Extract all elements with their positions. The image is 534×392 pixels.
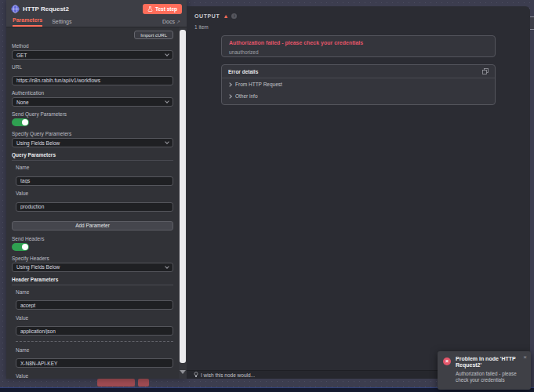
url-input[interactable]: [12, 76, 173, 85]
scrollbar-thumb[interactable]: [180, 30, 186, 363]
authentication-value: None: [16, 100, 29, 105]
close-icon[interactable]: ×: [523, 354, 527, 361]
error-subtitle: unauthorized: [229, 49, 488, 55]
error-toast[interactable]: × Problem in node 'HTTP Request2' Author…: [438, 351, 531, 390]
url-label: URL: [12, 64, 173, 70]
flask-icon: [147, 6, 153, 12]
tab-settings[interactable]: Settings: [52, 19, 71, 27]
header-param-name-input[interactable]: [16, 300, 173, 310]
authentication-label: Authentication: [12, 90, 173, 96]
scrollbar-down-arrow-icon[interactable]: [180, 370, 186, 374]
query-parameters-section-title: Query Parameters: [12, 152, 173, 161]
chevron-right-icon: [227, 94, 232, 99]
output-title: OUTPUT: [194, 13, 220, 19]
tab-bar: Parameters Settings Docs ↗: [6, 17, 187, 27]
error-title: Authorization failed - please check your…: [229, 40, 488, 46]
copy-icon[interactable]: [482, 68, 489, 74]
details-row-label: From HTTP Request: [235, 82, 282, 87]
toggle-knob: [22, 244, 28, 250]
error-details-row-other-info[interactable]: Other info: [222, 90, 495, 104]
error-details-title: Error details: [228, 69, 258, 74]
specify-query-parameters-value: Using Fields Below: [16, 140, 60, 146]
docs-label: Docs: [162, 19, 175, 24]
test-step-button[interactable]: Test step: [143, 4, 182, 14]
node-settings-panel: HTTP Request2 Test step Parameters Setti…: [6, 0, 187, 379]
parameter-divider: [16, 341, 173, 342]
method-select[interactable]: GET: [12, 50, 173, 60]
method-label: Method: [12, 43, 173, 49]
items-count: 1 item: [187, 19, 530, 30]
info-icon: i: [231, 13, 237, 19]
node-header: HTTP Request2 Test step: [6, 0, 187, 17]
specify-headers-label: Specify Headers: [12, 256, 173, 261]
lightbulb-icon: [194, 372, 198, 378]
output-panel: OUTPUT ▲ i 1 item Authorization failed -…: [187, 6, 530, 379]
send-query-parameters-label: Send Query Parameters: [12, 111, 173, 117]
send-headers-toggle[interactable]: [12, 243, 29, 251]
specify-headers-value: Using Fields Below: [16, 264, 60, 270]
details-row-label: Other info: [235, 93, 258, 99]
header-parameters-section-title: Header Parameters: [12, 277, 173, 285]
chevron-down-icon: [165, 140, 169, 144]
param-name-label: Name: [16, 347, 173, 353]
specify-query-parameters-label: Specify Query Parameters: [12, 131, 173, 136]
test-step-label: Test step: [155, 6, 177, 12]
tab-parameters[interactable]: Parameters: [13, 17, 42, 27]
docs-link[interactable]: Docs ↗: [162, 19, 180, 27]
query-param-value-input[interactable]: [16, 202, 173, 212]
import-curl-button[interactable]: Import cURL: [134, 31, 173, 39]
canvas-stop-button[interactable]: [138, 379, 149, 387]
param-name-label: Name: [16, 289, 173, 295]
add-query-parameter-button[interactable]: Add Parameter: [12, 221, 173, 230]
toast-title: Problem in node 'HTTP Request2': [456, 356, 523, 368]
specify-query-parameters-select[interactable]: Using Fields Below: [12, 138, 173, 147]
chevron-down-icon: [165, 99, 169, 103]
header-param-value-input[interactable]: [16, 326, 173, 336]
param-value-label: Value: [16, 315, 173, 321]
method-value: GET: [16, 53, 27, 58]
scrollbar[interactable]: [179, 27, 187, 379]
chevron-down-icon: [165, 52, 169, 56]
error-message-card: Authorization failed - please check your…: [221, 35, 496, 57]
http-request-node-icon: [11, 5, 20, 13]
error-details-card: Error details From HTTP Request Other in…: [221, 64, 496, 105]
error-details-row-from-http-request[interactable]: From HTTP Request: [222, 78, 495, 90]
param-value-label: Value: [16, 373, 173, 379]
node-title: HTTP Request2: [23, 5, 143, 13]
wish-text: I wish this node would...: [201, 372, 255, 378]
chevron-right-icon: [227, 82, 232, 87]
send-query-parameters-toggle[interactable]: [12, 118, 29, 126]
parameters-form: Import cURL Method GET URL Authenticatio…: [6, 27, 187, 379]
error-circle-icon: ×: [443, 358, 451, 365]
specify-headers-select[interactable]: Using Fields Below: [12, 263, 173, 272]
toast-body: Authorization failed - please check your…: [456, 371, 526, 383]
param-value-label: Value: [16, 191, 173, 196]
warning-icon: ▲: [223, 13, 228, 19]
toggle-knob: [22, 119, 28, 125]
header-param-name-input[interactable]: [16, 358, 173, 368]
send-headers-label: Send Headers: [12, 236, 173, 241]
canvas-test-workflow-button[interactable]: [97, 379, 135, 387]
chevron-down-icon: [165, 264, 169, 269]
param-name-label: Name: [16, 165, 173, 170]
authentication-select[interactable]: None: [12, 97, 173, 107]
external-link-icon: ↗: [176, 19, 180, 24]
query-param-name-input[interactable]: [16, 176, 173, 186]
